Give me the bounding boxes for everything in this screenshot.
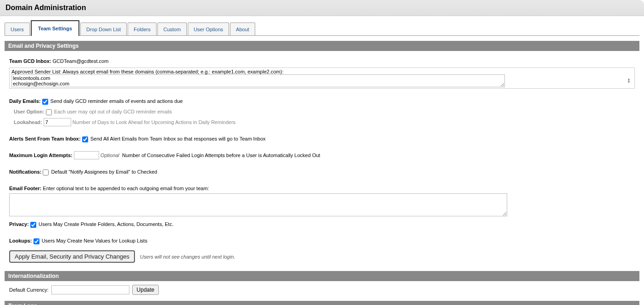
max-login-desc: Number of Consecutive Failed Login Attem… bbox=[122, 152, 320, 158]
currency-label: Default Currency: bbox=[9, 287, 49, 293]
page-title: Domain Administration bbox=[6, 4, 638, 12]
section-intl-header: Internationalization bbox=[5, 271, 639, 281]
alerts-label: Alerts Sent From Team Inbox: bbox=[9, 136, 81, 141]
tabs-container: Users Team Settings Drop Down List Folde… bbox=[5, 20, 639, 35]
apply-line: Apply Email, Security and Privacy Change… bbox=[9, 250, 635, 263]
approved-sender-label: Approved Sender List: bbox=[11, 69, 62, 74]
max-login-optional: Optional bbox=[101, 152, 119, 158]
apply-button[interactable]: Apply Email, Security and Privacy Change… bbox=[9, 250, 135, 263]
lookahead-label: Lookahead: bbox=[14, 119, 42, 125]
approved-sender-container: Approved Sender List: Always accept emai… bbox=[9, 68, 635, 89]
tab-team-settings[interactable]: Team Settings bbox=[31, 20, 79, 36]
user-option-line: User Option: Each user may opt out of da… bbox=[14, 107, 635, 116]
approved-sender-label-line: Approved Sender List: Always accept emai… bbox=[11, 69, 633, 74]
section-team-logo-header: Team Logo bbox=[5, 301, 639, 305]
alerts-line: Alerts Sent From Team Inbox: Send All Al… bbox=[9, 135, 635, 143]
tab-custom[interactable]: Custom bbox=[157, 23, 187, 35]
lookahead-input[interactable] bbox=[44, 118, 71, 126]
currency-input[interactable] bbox=[51, 285, 129, 294]
page-header: Domain Administration bbox=[0, 0, 644, 16]
lookahead-desc: Number of Days to Look Ahead for Upcomin… bbox=[73, 119, 235, 125]
tab-about[interactable]: About bbox=[230, 23, 255, 35]
alerts-checkbox[interactable] bbox=[82, 136, 88, 142]
approved-sender-input[interactable] bbox=[11, 74, 505, 87]
notifications-checkbox[interactable] bbox=[43, 169, 49, 175]
user-option-label: User Option: bbox=[14, 109, 45, 114]
content-area: Email and Privacy Settings Team GCD Inbo… bbox=[5, 35, 639, 305]
approved-sender-desc: Always accept email from these domains (… bbox=[62, 69, 283, 74]
team-inbox-value: GCDTeam@gcdtest.com bbox=[53, 58, 109, 64]
daily-emails-desc: Send daily GCD reminder emails of events… bbox=[50, 98, 183, 104]
scroll-indicator-icon: ▲▼ bbox=[627, 78, 631, 84]
apply-note: Users will not see changes until next lo… bbox=[140, 254, 235, 260]
user-option-checkbox[interactable] bbox=[46, 109, 52, 115]
tab-user-options[interactable]: User Options bbox=[188, 23, 229, 35]
footer-line: Email Footer: Enter optional text to be … bbox=[9, 184, 635, 216]
lookups-checkbox[interactable] bbox=[34, 238, 39, 244]
tab-drop-down-list[interactable]: Drop Down List bbox=[80, 23, 127, 35]
max-login-label: Maximum Login Attempts: bbox=[9, 152, 73, 158]
lookups-line: Lookups: Users May Create New Values for… bbox=[9, 237, 635, 245]
alerts-desc: Send All Alert Emails from Team Inbox so… bbox=[90, 136, 266, 141]
lookups-label: Lookups: bbox=[9, 238, 32, 243]
daily-emails-checkbox[interactable] bbox=[42, 99, 48, 105]
team-inbox-line: Team GCD Inbox: GCDTeam@gcdtest.com bbox=[9, 57, 635, 65]
privacy-line: Privacy: Users May Create Private Folder… bbox=[9, 220, 635, 228]
max-login-input[interactable] bbox=[74, 151, 99, 159]
daily-emails-label: Daily Emails: bbox=[9, 98, 40, 104]
notifications-desc: Default "Notify Assignees by Email" to C… bbox=[51, 169, 157, 175]
approved-textarea-wrapper: ▲▼ bbox=[11, 74, 633, 87]
footer-desc: Enter optional text to be appended to ea… bbox=[43, 186, 209, 191]
section-email-privacy-body: Team GCD Inbox: GCDTeam@gcdtest.com Appr… bbox=[5, 51, 639, 269]
privacy-checkbox[interactable] bbox=[30, 222, 36, 228]
currency-line: Default Currency: Update bbox=[9, 285, 635, 295]
privacy-desc: Users May Create Private Folders, Action… bbox=[39, 221, 174, 227]
tab-users[interactable]: Users bbox=[5, 23, 30, 35]
lookups-desc: Users May Create New Values for Lookup L… bbox=[42, 238, 147, 243]
privacy-label: Privacy: bbox=[9, 221, 29, 227]
update-button[interactable]: Update bbox=[132, 285, 159, 295]
notifications-line: Notifications: Default "Notify Assignees… bbox=[9, 168, 635, 176]
section-email-privacy-header: Email and Privacy Settings bbox=[5, 41, 639, 51]
notifications-label: Notifications: bbox=[9, 169, 41, 175]
section-intl-body: Default Currency: Update bbox=[5, 281, 639, 299]
user-option-desc: Each user may opt out of daily GCD remin… bbox=[54, 109, 172, 114]
tab-folders[interactable]: Folders bbox=[128, 23, 157, 35]
footer-label: Email Footer: bbox=[9, 186, 41, 191]
daily-emails-line: Daily Emails: Send daily GCD reminder em… bbox=[9, 97, 635, 105]
max-login-line: Maximum Login Attempts: Optional Number … bbox=[9, 151, 635, 159]
footer-input[interactable] bbox=[9, 193, 507, 216]
team-inbox-label: Team GCD Inbox: bbox=[9, 58, 51, 64]
lookahead-line: Lookahead: Number of Days to Look Ahead … bbox=[14, 118, 635, 126]
